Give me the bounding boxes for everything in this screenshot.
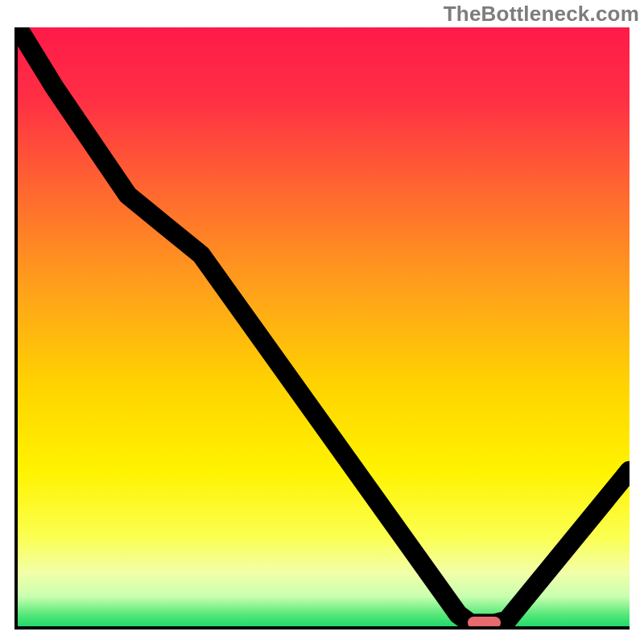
bottleneck-curve: [18, 27, 630, 626]
watermark-text: TheBottleneck.com: [444, 2, 639, 27]
plot-area: [14, 27, 630, 630]
optimal-range-marker: [468, 617, 502, 629]
